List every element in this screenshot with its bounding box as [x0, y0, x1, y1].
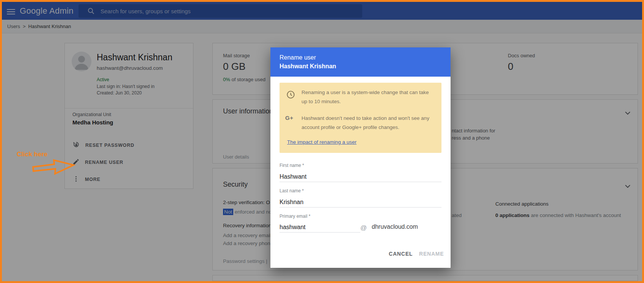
dialog-title: Rename user: [280, 53, 441, 62]
impact-of-renaming-link[interactable]: The impact of renaming a user: [287, 139, 357, 145]
google-plus-icon: G+: [285, 115, 293, 121]
rename-user-dialog: Rename user Hashwant Krishnan Renaming a…: [270, 47, 451, 268]
dialog-header: Rename user Hashwant Krishnan: [270, 47, 451, 77]
first-name-input[interactable]: [280, 172, 441, 182]
notice-time-text: Renaming a user is a system-wide change …: [302, 88, 430, 106]
at-sign: @: [360, 224, 367, 232]
rename-notice-box: Renaming a user is a system-wide change …: [280, 83, 441, 153]
first-name-label: First name *: [280, 163, 304, 168]
click-here-annotation: Click here: [17, 151, 47, 158]
dialog-subtitle: Hashwant Krishnan: [280, 62, 441, 71]
primary-email-label: Primary email *: [280, 214, 310, 219]
clock-icon: [286, 90, 295, 101]
annotation-arrow-icon: [31, 158, 76, 176]
rename-button-disabled[interactable]: RENAME: [419, 251, 444, 257]
notice-profile-text: Hashwant doesn't need to take action and…: [302, 114, 432, 132]
cancel-button[interactable]: CANCEL: [389, 251, 413, 257]
primary-email-input[interactable]: [280, 222, 360, 233]
google-admin-screen: Google Admin Users>Hashwant Krishnan Has…: [0, 0, 644, 283]
last-name-input[interactable]: [280, 197, 441, 208]
email-domain: dhruvacloud.com: [372, 223, 418, 230]
last-name-label: Last name *: [280, 188, 304, 193]
